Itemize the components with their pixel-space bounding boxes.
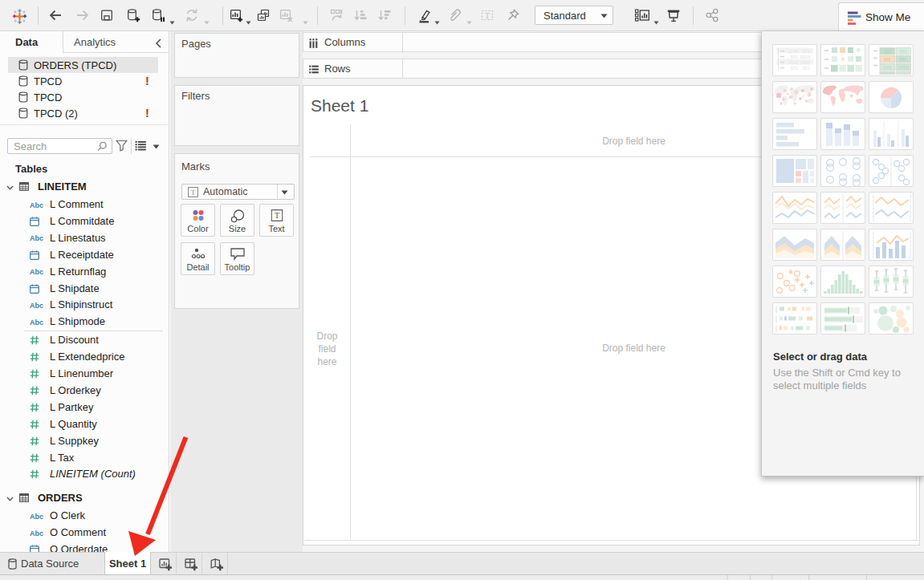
detail-button[interactable]: Detail (181, 242, 215, 275)
show-me-chart-horizontal-bars[interactable] (772, 118, 817, 150)
share-button[interactable] (704, 7, 720, 23)
new-dashboard-button[interactable] (185, 558, 197, 570)
data-source-item[interactable]: TPCD (2)! (0, 105, 169, 121)
field-item[interactable]: L Commitdate (0, 213, 169, 229)
field-item[interactable]: AbcL Shipmode (0, 313, 169, 330)
highlight-button[interactable] (416, 7, 432, 23)
field-item[interactable]: AbcO Comment (0, 524, 169, 541)
chevron-down-icon[interactable] (6, 185, 14, 190)
field-item[interactable]: AbcO Clerk (0, 507, 169, 524)
refresh-caret[interactable] (204, 14, 210, 18)
view-options-icon[interactable] (135, 140, 147, 152)
show-me-chart-treemap[interactable] (772, 155, 817, 187)
data-source-item[interactable]: ORDERS (TPCD) (0, 57, 169, 73)
tab-analytics[interactable]: Analytics (74, 36, 116, 48)
new-worksheet-tab-button[interactable] (159, 558, 172, 570)
show-me-chart-dual-lines[interactable] (869, 192, 914, 224)
chevron-down-icon[interactable] (6, 497, 14, 501)
undo-button[interactable] (47, 7, 63, 23)
show-me-chart-bullet-graph[interactable] (820, 302, 865, 335)
field-item[interactable]: L Orderkey (0, 382, 169, 399)
show-me-chart-text-table[interactable]: 1234573550900420202859671302 (772, 44, 817, 76)
field-item[interactable]: AbcL Comment (0, 196, 169, 213)
show-me-chart-circle-views[interactable] (820, 155, 865, 187)
collapse-pane-icon[interactable] (155, 37, 162, 51)
show-me-chart-pie-chart[interactable] (869, 81, 914, 113)
show-mark-labels-caret[interactable] (653, 14, 659, 18)
table-group-header[interactable]: ORDERS (0, 489, 169, 506)
search-input[interactable] (14, 140, 98, 152)
tooltip-button[interactable]: Tooltip (220, 242, 254, 275)
show-me-chart-stacked-bars[interactable] (820, 118, 865, 150)
show-me-chart-heat-map[interactable]: 123542988645240510590 (869, 44, 914, 76)
view-options-caret[interactable] (153, 144, 160, 149)
format-copy-caret[interactable] (466, 14, 472, 18)
presentation-mode-button[interactable] (666, 7, 682, 23)
field-item[interactable]: LINEITEM (Count) (0, 465, 169, 482)
new-worksheet-button[interactable] (228, 7, 244, 23)
field-item[interactable]: AbcL Shipinstruct (0, 296, 169, 313)
data-source-item[interactable]: TPCD! (0, 73, 169, 89)
sheet-tab-active[interactable]: Sheet 1 (104, 552, 151, 575)
pause-updates-caret[interactable] (169, 14, 175, 18)
new-worksheet-caret[interactable] (246, 14, 251, 18)
show-mark-labels-button[interactable] (633, 7, 649, 23)
show-me-chart-histogram[interactable] (820, 266, 865, 298)
show-me-chart-filled-map[interactable] (820, 81, 865, 113)
sort-ascending-button[interactable] (352, 7, 368, 23)
show-me-chart-side-by-side-circles[interactable] (869, 155, 914, 187)
pause-updates-button[interactable] (150, 7, 166, 23)
new-story-button[interactable] (210, 558, 223, 570)
table-group-header[interactable]: LINEITEM (0, 178, 169, 195)
new-data-source-button[interactable] (125, 7, 141, 23)
field-item[interactable]: AbcL Linestatus (0, 229, 169, 246)
show-me-chart-packed-bubbles[interactable] (869, 302, 914, 335)
tab-data[interactable]: Data (15, 36, 38, 48)
show-me-chart-highlight-table[interactable] (820, 44, 865, 76)
show-me-chart-side-by-side-bars[interactable] (869, 118, 914, 150)
clear-sheet-button[interactable] (278, 7, 294, 23)
format-copy-button[interactable] (447, 7, 463, 23)
field-item[interactable]: AbcL Returnflag (0, 263, 169, 280)
mark-type-dropdown[interactable]: T Automatic (181, 184, 295, 200)
show-me-chart-symbol-map[interactable] (772, 81, 817, 113)
field-item[interactable]: L Tax (0, 449, 169, 466)
save-button[interactable] (99, 7, 115, 23)
text-button[interactable]: T Text (259, 204, 294, 237)
show-me-chart-lines-discrete[interactable] (820, 192, 865, 224)
color-button[interactable]: Color (181, 204, 215, 237)
field-item[interactable]: L Receiptdate (0, 246, 169, 263)
search-box[interactable] (7, 138, 112, 154)
data-source-item[interactable]: TPCD (0, 89, 169, 105)
show-me-chart-gantt[interactable] (772, 302, 817, 335)
field-item[interactable]: L Shipdate (0, 280, 169, 297)
show-me-button[interactable]: Show Me (838, 2, 924, 31)
show-me-chart-area-discrete[interactable] (820, 229, 865, 261)
refresh-button[interactable] (184, 7, 200, 23)
filters-shelf[interactable]: Filters (174, 85, 299, 146)
mark-type-caret[interactable] (281, 190, 288, 195)
highlight-caret[interactable] (434, 14, 440, 18)
filter-fields-icon[interactable] (116, 140, 128, 152)
fit-selector-caret[interactable] (595, 6, 613, 24)
field-item[interactable]: L Partkey (0, 399, 169, 416)
pages-shelf[interactable]: Pages (174, 33, 299, 78)
swap-rows-columns-button[interactable] (328, 7, 344, 23)
show-me-chart-scatter-plot[interactable] (772, 266, 817, 298)
field-item[interactable]: L Suppkey (0, 432, 169, 449)
show-me-chart-area-continuous[interactable] (772, 229, 817, 261)
clear-sheet-caret[interactable] (303, 14, 308, 18)
field-item[interactable]: L Linenumber (0, 365, 169, 382)
redo-button[interactable] (75, 7, 91, 23)
field-item[interactable]: L Quantity (0, 416, 169, 432)
show-me-chart-box-and-whisker[interactable] (869, 266, 914, 298)
fit-selector[interactable]: Standard (535, 6, 613, 25)
pin-button[interactable] (505, 7, 521, 23)
field-item[interactable]: L Discount (0, 331, 169, 348)
field-item[interactable]: L Extendedprice (0, 348, 169, 365)
show-me-chart-dual-combination[interactable] (869, 229, 914, 261)
duplicate-sheet-button[interactable] (255, 7, 271, 23)
sort-descending-button[interactable] (377, 7, 393, 23)
show-me-chart-lines-continuous[interactable] (772, 192, 817, 224)
size-button[interactable]: Size (220, 204, 254, 237)
